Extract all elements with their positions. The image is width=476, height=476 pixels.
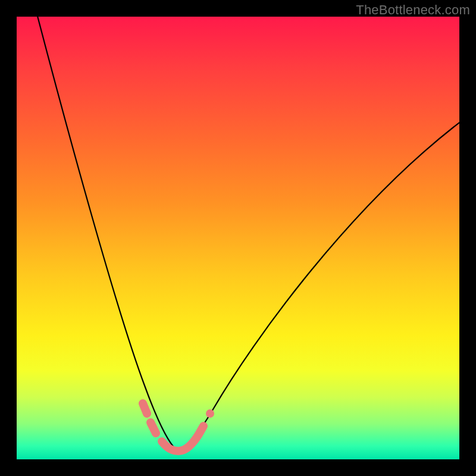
- plot-area: [17, 17, 459, 459]
- marker-right-dot: [206, 409, 214, 418]
- marker-left-cluster: [143, 403, 156, 433]
- right-branch-line: [176, 123, 459, 450]
- watermark-text: TheBottleneck.com: [356, 2, 470, 18]
- left-branch-line: [35, 17, 176, 450]
- curve-layer: [17, 17, 459, 459]
- chart-frame: TheBottleneck.com: [0, 0, 476, 476]
